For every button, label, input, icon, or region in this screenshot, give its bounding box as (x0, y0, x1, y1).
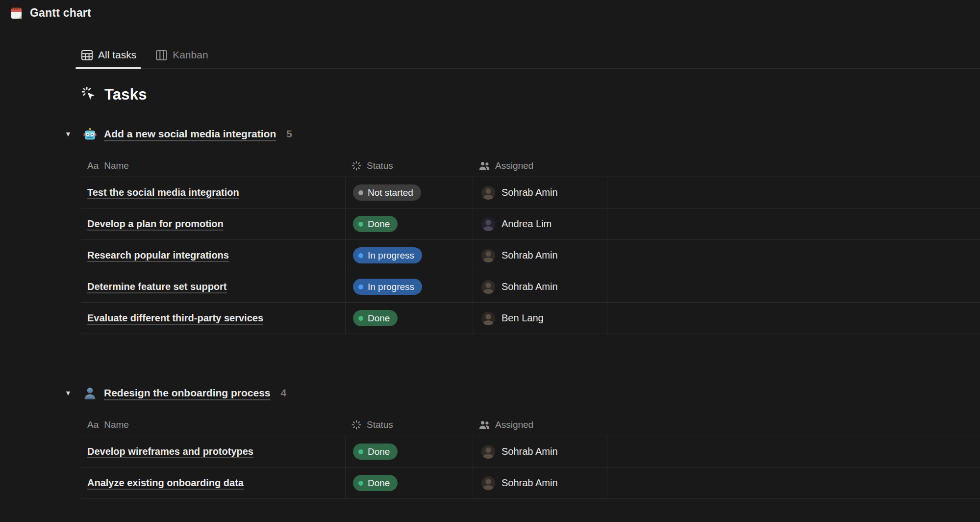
assigned-cell[interactable]: Sohrab Amin (473, 436, 607, 467)
column-header-status[interactable]: Status (346, 419, 473, 430)
column-header-status[interactable]: Status (346, 160, 473, 171)
text-icon: Aa (87, 419, 99, 430)
status-cell[interactable]: Done (346, 209, 473, 239)
page-title[interactable]: Gantt chart (30, 6, 91, 20)
table-rows: Develop wireframes and prototypes Done S… (81, 436, 980, 499)
assignee-name: Sohrab Amin (502, 477, 558, 489)
column-header-name[interactable]: Aa Name (81, 419, 346, 430)
groups-container: ▼ Add a new social media integration 5 A… (81, 126, 980, 499)
page-header: Gantt chart (0, 0, 980, 21)
status-dot-icon (358, 285, 363, 289)
click-icon (81, 86, 96, 103)
avatar (481, 280, 495, 294)
task-name-link[interactable]: Test the social media integration (87, 187, 239, 198)
name-cell: Develop wireframes and prototypes (81, 436, 346, 467)
column-header-assigned[interactable]: Assigned (473, 160, 607, 171)
assignee-name: Ben Lang (502, 313, 544, 324)
status-label: Not started (368, 187, 413, 198)
group-title-link[interactable]: Redesign the onboarding process (104, 387, 271, 399)
status-cell[interactable]: Done (346, 436, 473, 467)
column-label: Assigned (495, 160, 533, 171)
empty-cell (607, 177, 980, 208)
group-title-link[interactable]: Add a new social media integration (104, 128, 276, 140)
assignee-name: Andrea Lim (502, 218, 552, 230)
assignee-name: Sohrab Amin (502, 187, 558, 198)
assigned-cell[interactable]: Andrea Lim (473, 209, 607, 239)
status-badge[interactable]: Done (353, 444, 398, 460)
name-cell: Research popular integrations (81, 240, 346, 271)
task-name-link[interactable]: Develop wireframes and prototypes (87, 446, 253, 457)
status-badge[interactable]: In progress (353, 279, 422, 295)
name-cell: Develop a plan for promotion (81, 209, 346, 239)
avatar (481, 186, 495, 200)
assigned-cell[interactable]: Sohrab Amin (473, 177, 607, 208)
task-name-link[interactable]: Evaluate different third-party services (87, 313, 263, 324)
status-burst-icon (352, 161, 361, 171)
tasks-table: Aa Name Status (81, 155, 980, 334)
status-cell[interactable]: Not started (346, 177, 473, 208)
table-row: Evaluate different third-party services … (81, 303, 980, 334)
empty-cell (607, 271, 980, 302)
collection-title-text[interactable]: Tasks (104, 86, 147, 104)
avatar (481, 445, 495, 459)
task-name-link[interactable]: Determine feature set support (87, 281, 227, 292)
avatar (481, 249, 495, 262)
avatar (481, 476, 495, 490)
status-cell[interactable]: In progress (346, 271, 473, 302)
status-dot-icon (358, 222, 363, 227)
group-collapse-toggle[interactable]: ▼ (63, 130, 74, 138)
status-label: Done (368, 478, 390, 489)
group-emoji (83, 387, 97, 400)
table-row: Develop a plan for promotion Done Andrea… (81, 209, 980, 240)
assigned-cell[interactable]: Sohrab Amin (473, 271, 607, 302)
table-header-row: Aa Name Status (81, 414, 980, 436)
column-header-name[interactable]: Aa Name (81, 160, 346, 171)
column-header-assigned[interactable]: Assigned (473, 419, 607, 430)
spiral-calendar-icon (10, 6, 23, 20)
column-label: Name (104, 160, 129, 171)
table-rows: Test the social media integration Not st… (81, 177, 980, 334)
assignee-name: Sohrab Amin (502, 446, 558, 457)
assignee-name: Sohrab Amin (502, 250, 558, 261)
tasks-table: Aa Name Status (81, 414, 980, 499)
table-view-icon (81, 50, 93, 60)
assignee-name: Sohrab Amin (502, 281, 558, 292)
task-name-link[interactable]: Develop a plan for promotion (87, 218, 224, 230)
empty-cell (607, 468, 980, 498)
group-emoji (83, 128, 97, 141)
tab-label: All tasks (98, 49, 136, 61)
collection-title: Tasks (81, 85, 980, 104)
status-badge[interactable]: Done (353, 310, 398, 326)
name-cell: Test the social media integration (81, 177, 346, 208)
task-name-link[interactable]: Analyze existing onboarding data (87, 477, 244, 489)
status-badge[interactable]: Not started (353, 184, 421, 201)
group-collapse-toggle[interactable]: ▼ (63, 389, 74, 397)
assigned-cell[interactable]: Sohrab Amin (473, 468, 607, 498)
text-icon: Aa (87, 160, 99, 171)
status-label: In progress (368, 282, 414, 292)
group-header: ▼ Add a new social media integration 5 (63, 126, 980, 142)
table-row: Analyze existing onboarding data Done So… (81, 468, 980, 499)
status-label: Done (368, 446, 390, 457)
status-cell[interactable]: Done (346, 468, 473, 498)
empty-cell (607, 240, 980, 271)
status-badge[interactable]: Done (353, 475, 398, 491)
table-row: Test the social media integration Not st… (81, 177, 980, 209)
assigned-cell[interactable]: Ben Lang (473, 303, 607, 334)
status-cell[interactable]: Done (346, 303, 473, 334)
status-badge[interactable]: In progress (353, 247, 422, 263)
avatar (481, 312, 495, 325)
status-cell[interactable]: In progress (346, 240, 473, 271)
group-count: 4 (281, 387, 287, 399)
task-name-link[interactable]: Research popular integrations (87, 250, 229, 261)
assigned-cell[interactable]: Sohrab Amin (473, 240, 607, 271)
status-burst-icon (352, 420, 361, 430)
people-icon (479, 420, 490, 429)
tab-all-tasks[interactable]: All tasks (81, 49, 136, 68)
column-label: Name (104, 419, 129, 430)
table-row: Research popular integrations In progres… (81, 240, 980, 271)
status-badge[interactable]: Done (353, 216, 398, 232)
tab-kanban[interactable]: Kanban (156, 49, 208, 68)
status-label: Done (368, 313, 390, 324)
group-count: 5 (286, 128, 292, 140)
